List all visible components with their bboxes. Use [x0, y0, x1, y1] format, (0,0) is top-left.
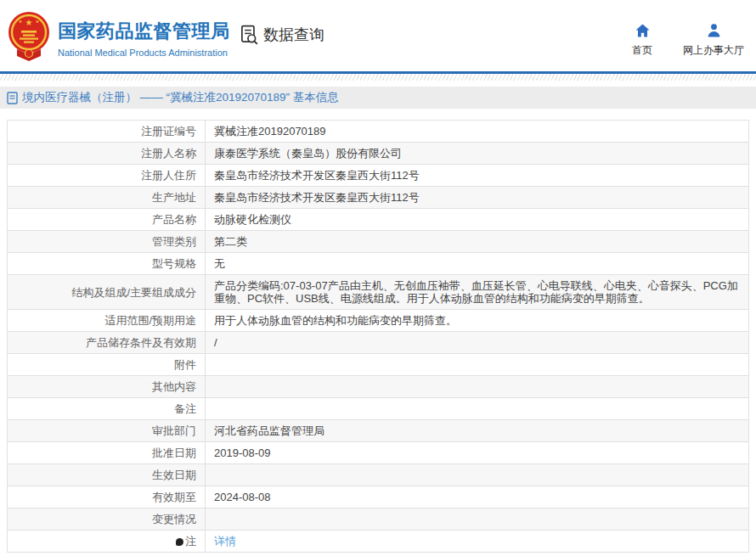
table-row: 注册人名称 康泰医学系统（秦皇岛）股份有限公司: [8, 143, 749, 165]
row-label: 生效日期: [8, 464, 206, 486]
row-label: 注: [8, 531, 206, 553]
table-row: 适用范围/预期用途 用于人体动脉血管的结构和功能病变的早期筛查。: [8, 310, 749, 332]
header-hatch-strip: [0, 74, 756, 81]
registration-info-table-wrap: 注册证编号 冀械注准20192070189 注册人名称 康泰医学系统（秦皇岛）股…: [7, 120, 749, 553]
row-label: 注册人名称: [8, 143, 206, 165]
row-value: 康泰医学系统（秦皇岛）股份有限公司: [206, 143, 749, 165]
detail-link[interactable]: 详情: [214, 535, 236, 548]
org-title-block: 国家药品监督管理局 National Medical Products Admi…: [58, 19, 230, 58]
svg-text:★: ★: [36, 19, 40, 24]
nav-item-service-hall[interactable]: 网上办事大厅: [683, 24, 744, 58]
row-value: [206, 464, 749, 486]
row-label: 批准日期: [8, 442, 206, 464]
row-label: 备注: [8, 398, 206, 420]
row-value: 产品分类编码:07-03-07产品由主机、无创血压袖带、血压延长管、心电导联线、…: [206, 275, 749, 310]
row-label: 审批部门: [8, 420, 206, 442]
table-row: 附件: [8, 354, 749, 376]
row-label: 附件: [8, 354, 206, 376]
row-value: 第二类: [206, 231, 749, 253]
row-value: 动脉硬化检测仪: [206, 209, 749, 231]
table-row: 其他内容: [8, 376, 749, 398]
row-value: 无: [206, 253, 749, 275]
row-value: 河北省药品监督管理局: [206, 420, 749, 442]
org-name-en: National Medical Products Administration: [58, 48, 230, 58]
row-value: 冀械注准20192070189: [206, 121, 749, 143]
row-label: 管理类别: [8, 231, 206, 253]
nav-item-home[interactable]: 首页: [632, 24, 652, 58]
document-search-icon: [238, 24, 260, 46]
svg-text:★: ★: [19, 19, 23, 24]
row-value: [206, 398, 749, 420]
breadcrumb-text: 境内医疗器械（注册） —— “冀械注准20192070189” 基本信息: [22, 90, 339, 105]
row-label: 变更情况: [8, 508, 206, 531]
page-icon: [7, 92, 18, 104]
row-label: 注册人住所: [8, 165, 206, 187]
org-name-zh: 国家药品监督管理局: [58, 19, 230, 44]
svg-text:★: ★: [25, 18, 33, 27]
table-row: 变更情况: [8, 508, 749, 531]
top-nav: 首页 网上办事大厅: [632, 24, 744, 58]
row-value: 2024-08-08: [206, 486, 749, 508]
registration-table-body: 注册证编号 冀械注准20192070189 注册人名称 康泰医学系统（秦皇岛）股…: [8, 121, 749, 553]
nav-label-home: 首页: [632, 43, 652, 58]
data-query-tab[interactable]: 数据查询: [238, 24, 324, 46]
row-value: 详情: [206, 531, 749, 553]
table-row: 注册人住所 秦皇岛市经济技术开发区秦皇西大街112号: [8, 165, 749, 187]
table-row: 管理类别 第二类: [8, 231, 749, 253]
home-icon: [635, 24, 650, 37]
table-row: 注 详情: [8, 531, 749, 553]
row-label: 产品储存条件及有效期: [8, 332, 206, 354]
row-label: 生产地址: [8, 187, 206, 209]
table-row: 审批部门 河北省药品监督管理局: [8, 420, 749, 442]
table-row: 产品名称 动脉硬化检测仪: [8, 209, 749, 231]
row-value: 用于人体动脉血管的结构和功能病变的早期筛查。: [206, 310, 749, 332]
row-label: 其他内容: [8, 376, 206, 398]
table-row: 有效期至 2024-08-08: [8, 486, 749, 508]
table-row: 产品储存条件及有效期 /: [8, 332, 749, 354]
row-label: 型号规格: [8, 253, 206, 275]
national-emblem-logo: ★ ★ ★: [7, 11, 51, 62]
table-row: 型号规格 无: [8, 253, 749, 275]
row-label: 产品名称: [8, 209, 206, 231]
table-row: 注册证编号 冀械注准20192070189: [8, 121, 749, 143]
table-row: 生产地址 秦皇岛市经济技术开发区秦皇西大街112号: [8, 187, 749, 209]
nav-label-service-hall: 网上办事大厅: [683, 43, 744, 58]
table-row: 结构及组成/主要组成成分 产品分类编码:07-03-07产品由主机、无创血压袖带…: [8, 275, 749, 310]
row-value: 秦皇岛市经济技术开发区秦皇西大街112号: [206, 187, 749, 209]
row-value: /: [206, 332, 749, 354]
data-query-label: 数据查询: [263, 25, 324, 45]
row-value: 2019-08-09: [206, 442, 749, 464]
row-value: [206, 508, 749, 531]
row-label: 有效期至: [8, 486, 206, 508]
table-row: 备注: [8, 398, 749, 420]
site-header: ★ ★ ★ 国家药品监督管理局 National Medical Product…: [0, 0, 756, 71]
table-row: 生效日期: [8, 464, 749, 486]
row-value: 秦皇岛市经济技术开发区秦皇西大街112号: [206, 165, 749, 187]
note-icon: [176, 538, 183, 546]
row-value: [206, 376, 749, 398]
row-label: 注册证编号: [8, 121, 206, 143]
table-row: 批准日期 2019-08-09: [8, 442, 749, 464]
registration-info-table: 注册证编号 冀械注准20192070189 注册人名称 康泰医学系统（秦皇岛）股…: [7, 120, 749, 553]
person-icon: [707, 24, 721, 37]
breadcrumb: 境内医疗器械（注册） —— “冀械注准20192070189” 基本信息: [0, 87, 756, 109]
row-label: 适用范围/预期用途: [8, 310, 206, 332]
row-label: 结构及组成/主要组成成分: [8, 275, 206, 310]
row-value: [206, 354, 749, 376]
